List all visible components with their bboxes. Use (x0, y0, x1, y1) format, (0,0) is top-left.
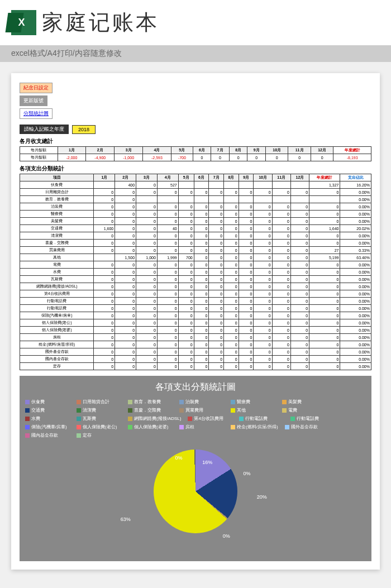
cell[interactable]: 0 (290, 276, 309, 283)
cell[interactable]: 0 (239, 240, 254, 247)
cell[interactable]: 0 (94, 247, 115, 254)
cell[interactable]: 0 (290, 290, 309, 298)
cell[interactable]: 0 (272, 203, 290, 211)
cell[interactable]: 0 (94, 218, 115, 225)
cell[interactable]: 0 (224, 348, 239, 356)
cell[interactable]: 0 (247, 154, 266, 161)
cell[interactable]: 0 (209, 341, 224, 348)
cell[interactable]: 0 (209, 247, 224, 254)
cell[interactable]: 0 (309, 232, 340, 240)
cell[interactable]: 0.00% (340, 218, 371, 225)
cell[interactable]: 0 (272, 305, 290, 312)
cell[interactable]: 0 (178, 189, 194, 196)
cell[interactable]: 0 (136, 312, 158, 319)
cell[interactable] (290, 196, 309, 203)
cell[interactable]: 0 (309, 327, 340, 334)
cell[interactable]: 0 (178, 319, 194, 327)
cell[interactable]: 每月餘額 (20, 154, 58, 161)
cell[interactable]: 0 (157, 348, 178, 356)
cell[interactable]: 0 (290, 211, 309, 218)
cell[interactable]: 0 (309, 305, 340, 312)
cell[interactable]: 0 (309, 240, 340, 247)
cell[interactable]: 5,199 (309, 254, 340, 261)
cell[interactable]: 0 (254, 261, 272, 269)
cell[interactable]: 0 (254, 363, 272, 370)
update-version-button[interactable]: 更新版號 (20, 95, 47, 106)
cell[interactable]: 0 (254, 312, 272, 319)
cell[interactable]: 0 (115, 232, 136, 240)
cell[interactable]: 0.00% (340, 240, 371, 247)
cell[interactable]: -8,193 (333, 154, 371, 161)
cell[interactable]: 0 (239, 298, 254, 305)
cell[interactable]: 0 (309, 203, 340, 211)
cell[interactable]: 0 (224, 290, 239, 298)
cell[interactable]: 0 (178, 334, 194, 341)
cell[interactable]: 0 (239, 348, 254, 356)
cell[interactable]: 1,600 (94, 225, 115, 232)
cell[interactable]: 0 (136, 261, 158, 269)
cell[interactable]: 0.33% (340, 247, 371, 254)
cell[interactable]: 0 (94, 283, 115, 290)
cell[interactable]: 0 (94, 327, 115, 334)
cell[interactable]: 0 (254, 276, 272, 283)
cell[interactable]: 0 (94, 189, 115, 196)
cell[interactable]: 0 (136, 276, 158, 283)
cell[interactable]: 0 (115, 341, 136, 348)
cell[interactable]: 0.00% (340, 261, 371, 269)
cell[interactable]: 0 (136, 341, 158, 348)
cell[interactable]: 0 (272, 240, 290, 247)
cell[interactable]: 0.00% (340, 232, 371, 240)
cell[interactable]: 0 (94, 334, 115, 341)
cell[interactable]: 0 (209, 240, 224, 247)
cell[interactable]: 0 (309, 218, 340, 225)
cell[interactable]: 0 (272, 312, 290, 319)
cell[interactable]: 0 (136, 181, 158, 189)
cell[interactable]: 0 (209, 348, 224, 356)
cell[interactable]: 0.00% (340, 334, 371, 341)
cell[interactable]: 0 (157, 341, 178, 348)
cell[interactable]: 0 (136, 334, 158, 341)
cell[interactable]: 0 (209, 356, 224, 363)
cell[interactable]: 0 (290, 261, 309, 269)
cell[interactable]: 0 (136, 283, 158, 290)
cell[interactable]: 0 (94, 276, 115, 283)
cell[interactable]: 0 (94, 298, 115, 305)
cell[interactable]: -700 (171, 154, 193, 161)
cell[interactable]: 0 (224, 298, 239, 305)
cell[interactable]: 0 (194, 319, 209, 327)
cell[interactable]: 0 (209, 232, 224, 240)
cell[interactable]: 0 (115, 240, 136, 247)
cell[interactable]: 0 (194, 276, 209, 283)
cell[interactable]: 0 (194, 312, 209, 319)
cell[interactable]: 0 (194, 305, 209, 312)
cell[interactable]: 0 (309, 348, 340, 356)
cell[interactable]: 0 (272, 218, 290, 225)
cell[interactable]: 527 (157, 181, 178, 189)
cell[interactable]: -4,900 (86, 154, 115, 161)
cell[interactable]: 0 (178, 218, 194, 225)
cell[interactable]: 0 (309, 283, 340, 290)
cell[interactable]: 0 (94, 232, 115, 240)
cell[interactable]: 0 (272, 298, 290, 305)
cell[interactable]: 0 (178, 225, 194, 232)
cell[interactable] (209, 181, 224, 189)
cell[interactable]: 0 (157, 327, 178, 334)
cell[interactable]: 0 (224, 261, 239, 269)
cell[interactable]: 0 (194, 363, 209, 370)
cell[interactable]: 0 (290, 269, 309, 276)
cell[interactable]: 0 (224, 341, 239, 348)
cell[interactable]: 0.00% (340, 283, 371, 290)
cell[interactable]: 0 (272, 189, 290, 196)
cell[interactable]: 0 (157, 247, 178, 254)
cell[interactable]: 0 (209, 189, 224, 196)
cell[interactable]: 0 (194, 269, 209, 276)
cell[interactable]: 0 (290, 225, 309, 232)
cell[interactable]: 0 (94, 269, 115, 276)
cell[interactable]: 0 (115, 189, 136, 196)
cell[interactable] (239, 196, 254, 203)
cell[interactable]: 0 (178, 240, 194, 247)
cell[interactable]: 0 (272, 211, 290, 218)
cell[interactable]: 0 (178, 211, 194, 218)
cell[interactable]: 0 (94, 211, 115, 218)
cell[interactable]: 0 (290, 203, 309, 211)
